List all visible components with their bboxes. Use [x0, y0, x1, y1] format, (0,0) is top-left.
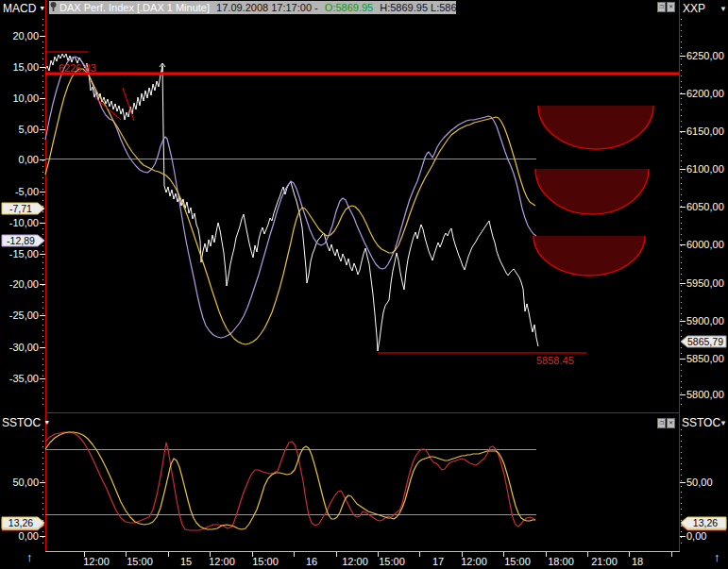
macd-indicator-selector[interactable]: MACD▼	[3, 2, 45, 15]
semicircle-annotation	[533, 236, 645, 276]
series-dax-price-1min	[45, 54, 538, 351]
price-axis-label: 5900,00	[686, 315, 728, 326]
time-axis-label: 12:00	[453, 556, 495, 567]
macd-axis-label: -10,00	[0, 217, 39, 228]
chart-datetime: 17.09.2008 17:17:00 -	[216, 2, 318, 13]
macd-axis-label: -15,00	[0, 248, 39, 259]
time-axis-label: 15:00	[497, 556, 538, 567]
chevron-down-icon[interactable]: ▼	[720, 419, 727, 427]
time-axis-label: 16	[291, 556, 332, 567]
trading-app-window: -7,71-12,895865,7913,2613,26 MACD▼ DAX P…	[0, 0, 728, 569]
time-axis-label: 18:00	[540, 556, 582, 567]
sstoc-close-window-button[interactable]: ✕	[667, 418, 675, 428]
value-tag-text: 13,26	[8, 517, 33, 528]
chart-titlebar[interactable]: DAX Perf. Index [.DAX 1 Minute] 17.09.20…	[49, 1, 456, 14]
sstoc-axis-label: 50,00	[0, 477, 39, 488]
price-axis-label: 6100,00	[686, 163, 728, 175]
right-symbol-selector[interactable]: XXP	[683, 2, 705, 15]
support-level-label: 5858.45	[536, 355, 574, 366]
macd-axis-label: 20,00	[0, 30, 39, 42]
scroll-right-indicator-icon[interactable]: ↑	[714, 550, 720, 564]
macd-axis-label: -5,00	[0, 186, 39, 197]
time-axis-label: 12:00	[334, 556, 376, 567]
semicircle-annotation	[538, 106, 653, 149]
price-axis-label: 5950,00	[686, 277, 728, 289]
price-axis-label: 5850,00	[686, 353, 728, 364]
close-window-button[interactable]: ✕	[667, 2, 675, 12]
price-axis-label: 6000,00	[686, 239, 728, 250]
high-low-values: H:5869.95 L:5865.79	[380, 2, 456, 13]
value-tag-text: 5865,79	[687, 336, 723, 347]
restore-window-button[interactable]: ❐	[657, 2, 666, 12]
macd-axis-label: -25,00	[0, 310, 39, 321]
time-axis-label: 15:00	[371, 556, 413, 567]
macd-axis-label: -20,00	[0, 278, 39, 290]
price-axis-label: 6200,00	[686, 88, 728, 99]
price-axis-label: 6050,00	[686, 201, 728, 212]
time-axis-label: 15:00	[119, 556, 161, 567]
value-tag-text: 13,26	[693, 517, 718, 528]
chevron-down-icon: ▼	[39, 5, 45, 11]
series-macd-line	[45, 57, 536, 338]
macd-selector-label: MACD	[3, 2, 36, 15]
macd-axis-label: 5,00	[0, 124, 39, 135]
semicircle-annotation	[535, 169, 649, 214]
scroll-left-indicator-icon[interactable]: ↑	[26, 550, 33, 564]
sstoc-axis-label: 0,00	[686, 530, 728, 542]
time-axis-label: 12:00	[76, 556, 117, 567]
time-axis-label: 12:00	[201, 556, 243, 567]
time-axis-label: 15:00	[245, 556, 286, 567]
sstoc-axis-label: 0,00	[0, 530, 39, 542]
macd-axis-label: 10,00	[0, 92, 39, 104]
chart-canvas: -7,71-12,895865,7913,2613,26	[0, 0, 728, 569]
series-sstoc-fast	[45, 432, 535, 530]
sstoc-indicator-selector[interactable]: SSTOC▼	[2, 416, 50, 429]
chevron-down-icon: ▼	[43, 419, 50, 426]
value-tag-text: -7,71	[9, 203, 32, 214]
sstoc-restore-window-button[interactable]: ❐	[657, 418, 666, 428]
chart-series	[45, 54, 538, 530]
level-lines	[45, 159, 536, 515]
sstoc-right-symbol[interactable]: SSTOC	[682, 416, 720, 429]
resistance-level-label: 6226.83	[59, 62, 96, 74]
price-axis-label: 5800,00	[686, 389, 728, 400]
macd-axis-label: 0,00	[0, 154, 39, 165]
macd-axis-label: -35,00	[0, 373, 39, 384]
price-axis-label: 6250,00	[686, 50, 728, 61]
chart-title: DAX Perf. Index [.DAX 1 Minute]	[59, 2, 210, 13]
chevron-down-icon[interactable]: ▼	[720, 5, 727, 13]
value-tag-text: -12,89	[7, 235, 35, 246]
macd-axis-label: 15,00	[0, 61, 39, 73]
macd-axis-label: -30,00	[0, 342, 39, 353]
time-axis-label: 18	[617, 556, 658, 567]
annotation-shapes	[533, 106, 653, 276]
sstoc-axis-label: 50,00	[686, 477, 728, 488]
price-marker-arrow-icon	[160, 63, 165, 72]
price-axis-label: 6150,00	[686, 126, 728, 137]
open-value: O:5869.95	[325, 2, 373, 13]
minor-tick-columns	[43, 19, 682, 547]
sstoc-selector-label: SSTOC	[2, 416, 41, 429]
series-macd-signal	[45, 69, 535, 344]
